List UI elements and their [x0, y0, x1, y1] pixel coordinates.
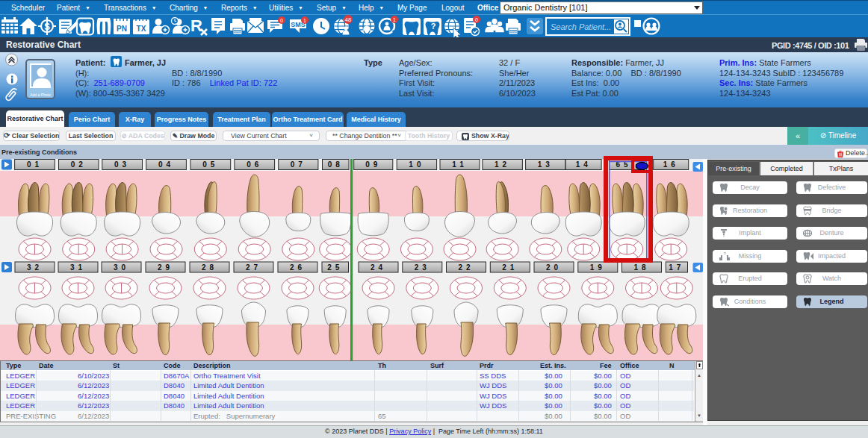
- svg-text:27: 27: [246, 263, 261, 272]
- svg-text:01: 01: [27, 160, 43, 169]
- svg-text:06: 06: [247, 160, 262, 169]
- svg-text:1: 1: [303, 18, 306, 23]
- svg-text:09: 09: [365, 160, 381, 169]
- svg-text:$: $: [44, 21, 50, 32]
- svg-text:12: 12: [495, 160, 510, 169]
- svg-text:0: 0: [475, 17, 478, 22]
- svg-text:16: 16: [663, 160, 679, 169]
- svg-text:?: ?: [724, 251, 727, 256]
- svg-text:1: 1: [393, 17, 396, 22]
- svg-text:Search Patient...: Search Patient...: [551, 22, 611, 31]
- svg-text:TX: TX: [137, 25, 146, 33]
- svg-text:19: 19: [590, 263, 606, 272]
- svg-text:R: R: [190, 16, 202, 35]
- svg-text:03: 03: [114, 160, 130, 169]
- svg-text:07: 07: [291, 160, 306, 169]
- svg-text:29: 29: [158, 263, 173, 272]
- svg-text:PN: PN: [117, 25, 127, 33]
- svg-text:02: 02: [71, 160, 87, 169]
- svg-text:18: 18: [633, 263, 649, 272]
- svg-text:0: 0: [280, 18, 283, 23]
- svg-text:28: 28: [202, 263, 217, 272]
- svg-text:17: 17: [669, 263, 684, 272]
- svg-text:08: 08: [328, 160, 344, 169]
- svg-text:48: 48: [345, 16, 351, 23]
- svg-text:22: 22: [458, 263, 474, 272]
- svg-text:13: 13: [538, 160, 554, 169]
- svg-text:14: 14: [576, 160, 592, 169]
- svg-text:21: 21: [502, 263, 518, 272]
- svg-text:31: 31: [70, 263, 86, 272]
- svg-text:11: 11: [452, 160, 468, 169]
- svg-text:?: ?: [431, 22, 436, 31]
- svg-text:25: 25: [327, 263, 343, 272]
- svg-text:24: 24: [371, 263, 386, 272]
- svg-text:23: 23: [415, 263, 430, 272]
- svg-text:32: 32: [27, 263, 43, 272]
- svg-text:26: 26: [290, 263, 306, 272]
- svg-text:10: 10: [409, 160, 424, 169]
- svg-text:04: 04: [158, 160, 174, 169]
- svg-text:30: 30: [114, 263, 129, 272]
- svg-text:05: 05: [202, 160, 218, 169]
- svg-text:20: 20: [546, 263, 562, 272]
